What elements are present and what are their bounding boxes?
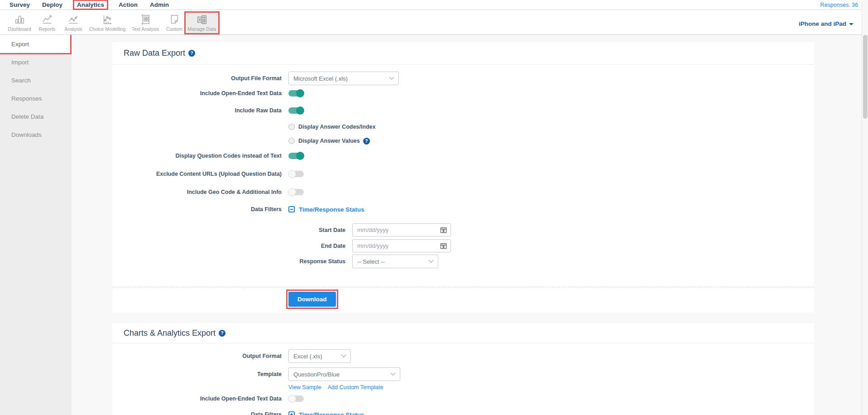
vertical-scrollbar[interactable] — [862, 0, 868, 415]
sidebar-item-import[interactable]: Import — [0, 53, 72, 71]
toolbar-item-text-analysis[interactable]: Text Analysis — [128, 13, 163, 33]
raw-data-export-card: Raw Data Export ? Output File Format Mic… — [112, 42, 814, 313]
help-icon[interactable]: ? — [363, 138, 370, 145]
display-question-codes-row: Display Question Codes instead of Text — [112, 152, 814, 159]
scrollbar-thumb[interactable] — [863, 35, 868, 119]
toggle-knob — [288, 170, 296, 178]
sidebar-item-delete-data[interactable]: Delete Data — [0, 107, 72, 125]
nav-item-admin[interactable]: Admin — [150, 1, 169, 8]
help-icon[interactable]: ? — [188, 50, 195, 57]
include-open-ended-row: Include Open-Ended Text Data — [112, 395, 814, 402]
field-label: Data Filters — [112, 206, 288, 212]
nav-item-analytics-label: Analytics — [77, 1, 104, 10]
manage-data-icon — [196, 14, 208, 26]
toolbar-item-manage-data[interactable]: Manage Data — [186, 13, 218, 33]
nav-item-action[interactable]: Action — [119, 1, 138, 8]
toolbar-item-reports[interactable]: Reports — [34, 13, 60, 33]
answer-values-radio-row: Display Answer Values ? — [112, 137, 814, 145]
radio-label: Display Answer Values — [298, 138, 360, 144]
expand-icon[interactable] — [288, 411, 295, 415]
exclude-content-urls-row: Exclude Content URLs (Upload Question Da… — [112, 170, 814, 177]
field-label: Data Filters — [112, 411, 288, 415]
field-label: Include Raw Data — [112, 107, 288, 114]
toggle-knob — [296, 106, 304, 115]
output-file-format-select[interactable]: Microsoft Excel (.xls) — [288, 72, 399, 85]
app-window: Survey Deploy Analytics Action Admin Res… — [0, 0, 862, 415]
date-placeholder: mm/dd/yyyy — [357, 227, 388, 233]
section-divider — [112, 287, 814, 287]
calendar-icon[interactable] — [440, 227, 447, 233]
toolbar-item-dashboard[interactable]: Dashboard — [5, 13, 34, 33]
top-navbar: Survey Deploy Analytics Action Admin Res… — [0, 0, 862, 10]
response-status-row: Response Status -- Select -- — [112, 255, 814, 268]
analysis-icon — [67, 14, 79, 26]
template-links-row: View Sample Add Custom Template — [112, 384, 814, 391]
caret-down-icon — [849, 23, 854, 25]
dashboard-icon — [14, 14, 25, 26]
view-sample-link[interactable]: View Sample — [288, 384, 321, 391]
toolbar-item-custom[interactable]: Custom — [163, 13, 186, 33]
include-raw-data-toggle[interactable] — [288, 107, 304, 114]
text-analysis-icon — [139, 14, 151, 26]
main-panel: Raw Data Export ? Output File Format Mic… — [72, 35, 862, 415]
include-geo-code-row: Include Geo Code & Additional Info — [112, 188, 814, 195]
sidebar-item-downloads[interactable]: Downloads — [0, 125, 72, 144]
display-question-codes-toggle[interactable] — [288, 153, 304, 159]
template-select[interactable]: QuestionPro/Blue — [288, 367, 400, 381]
help-icon[interactable]: ? — [219, 330, 225, 337]
output-format-row: Output Format Excel (.xls) — [112, 349, 814, 363]
toggle-knob — [288, 395, 296, 403]
start-date-input[interactable]: mm/dd/yyyy — [352, 223, 451, 236]
answer-codes-radio-row: Display Answer Codes/Index — [112, 123, 814, 130]
display-answer-codes-radio[interactable] — [288, 124, 295, 130]
reports-icon — [41, 14, 53, 26]
custom-icon — [168, 14, 180, 26]
calendar-icon[interactable] — [440, 242, 447, 249]
sidebar-item-responses[interactable]: Responses — [0, 89, 72, 107]
raw-data-export-header: Raw Data Export ? — [112, 42, 814, 65]
chevron-down-icon — [428, 260, 434, 263]
field-label: Include Open-Ended Text Data — [112, 396, 288, 402]
end-date-input[interactable]: mm/dd/yyyy — [352, 239, 451, 252]
radio-label: Display Answer Codes/Index — [298, 124, 375, 130]
toolbar-item-label: Analysis — [64, 26, 82, 32]
time-response-status-link[interactable]: Time/Response Status — [299, 411, 364, 415]
device-selector-label: iPhone and iPad — [799, 20, 846, 27]
response-status-select[interactable]: -- Select -- — [352, 255, 438, 268]
exclude-content-urls-toggle[interactable] — [288, 171, 304, 177]
include-open-ended-toggle[interactable] — [288, 396, 304, 402]
charts-analytics-header: Charts & Analytics Export ? — [112, 323, 814, 343]
content-area: Export Import Search Responses Delete Da… — [0, 35, 862, 415]
display-answer-values-radio[interactable] — [288, 138, 295, 144]
toggle-knob — [296, 89, 304, 97]
nav-item-analytics[interactable]: Analytics — [75, 1, 106, 8]
include-open-ended-toggle[interactable] — [288, 90, 304, 97]
charts-analytics-export-card: Charts & Analytics Export ? Output Forma… — [112, 323, 814, 415]
responses-count-badge: Responses: 36 — [820, 2, 862, 8]
toolbar-item-analysis[interactable]: Analysis — [60, 13, 87, 33]
sidebar-item-search[interactable]: Search — [0, 71, 72, 89]
add-custom-template-link[interactable]: Add Custom Template — [328, 384, 384, 391]
page-title: Raw Data Export — [124, 48, 185, 58]
end-date-row: End Date mm/dd/yyyy — [112, 239, 814, 252]
nav-item-deploy[interactable]: Deploy — [42, 1, 62, 8]
download-button[interactable]: Download — [288, 292, 336, 307]
sidebar-item-export[interactable]: Export — [0, 35, 70, 53]
field-label: Include Geo Code & Additional Info — [112, 189, 288, 195]
section-title: Charts & Analytics Export — [124, 328, 216, 338]
choice-modelling-icon — [101, 14, 113, 26]
toolbar-item-label: Reports — [39, 26, 56, 32]
output-format-select[interactable]: Excel (.xls) — [288, 349, 351, 363]
field-label: Exclude Content URLs (Upload Question Da… — [112, 171, 288, 177]
time-response-status-link[interactable]: Time/Response Status — [299, 206, 364, 213]
nav-item-survey[interactable]: Survey — [10, 1, 30, 8]
device-selector-dropdown[interactable]: iPhone and iPad — [799, 20, 862, 27]
collapse-icon[interactable] — [288, 206, 295, 212]
toolbar-item-label: Choice Modelling — [89, 26, 126, 32]
toolbar-item-choice-modelling[interactable]: Choice Modelling — [87, 13, 128, 33]
include-open-ended-row: Include Open-Ended Text Data — [112, 90, 814, 97]
select-value: Excel (.xls) — [293, 353, 322, 360]
download-row: Download — [112, 290, 814, 309]
include-geo-code-toggle[interactable] — [288, 189, 304, 195]
annotation-box: Download — [286, 290, 338, 309]
